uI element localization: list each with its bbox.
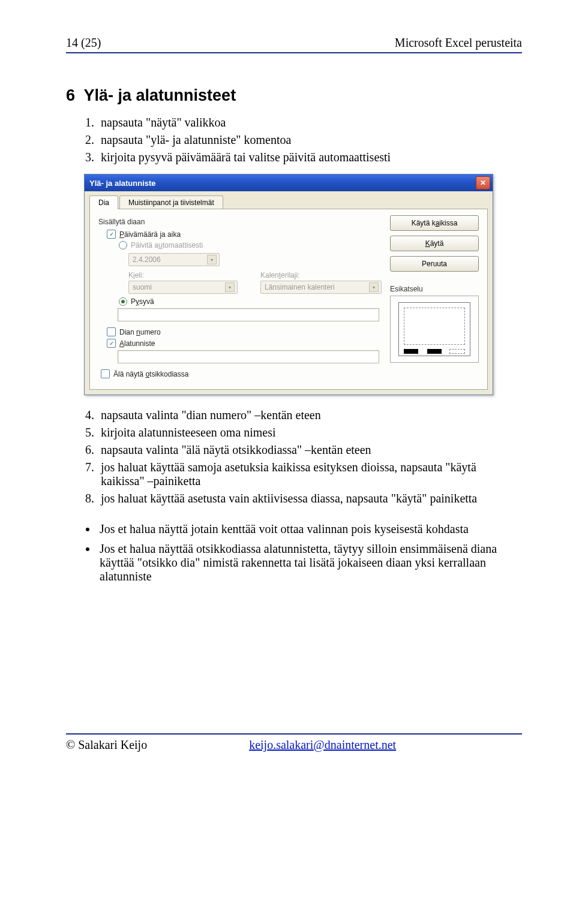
close-icon[interactable]: ✕ bbox=[476, 176, 490, 189]
footer-author: © Salakari Keijo bbox=[66, 738, 147, 752]
tab-panel: Sisällytä diaan ✓ PPäivämäärä ja aikaäiv… bbox=[89, 209, 488, 390]
dialog-tabs: Dia Muistiinpanot ja tiivistelmät bbox=[85, 191, 493, 209]
slide-thumbnail bbox=[398, 302, 470, 356]
steps-after-list: napsauta valinta "dian numero" –kentän e… bbox=[97, 408, 522, 505]
checkbox-datetime[interactable]: ✓ PPäivämäärä ja aikaäivämäärä ja aika bbox=[107, 230, 382, 239]
step-item: napsauta valinta "älä näytä otsikkodiass… bbox=[97, 443, 522, 457]
header-rule bbox=[66, 52, 522, 53]
step-item: jos haluat käyttää asetusta vain aktiivi… bbox=[97, 492, 522, 505]
radio-fixed[interactable]: Pysyvä Pysyvä bbox=[119, 297, 382, 306]
checkmark-icon: ✓ bbox=[107, 230, 116, 239]
cancel-button[interactable]: Peruuta bbox=[390, 256, 479, 272]
cal-label: Kalenterilaji: bbox=[260, 271, 382, 279]
step-item: napsauta valinta "dian numero" –kentän e… bbox=[97, 408, 522, 422]
step-item: napsauta "ylä- ja alatunniste" komentoa bbox=[97, 133, 522, 147]
cal-value: Länsimainen kalenteri bbox=[265, 283, 335, 291]
tab-slide[interactable]: Dia bbox=[89, 195, 118, 209]
calendar-combo[interactable]: Länsimainen kalenteri ▾ bbox=[260, 281, 382, 294]
dialog-title: Ylä- ja alatunniste bbox=[89, 179, 156, 188]
chevron-down-icon: ▾ bbox=[369, 282, 379, 292]
checkbox-icon bbox=[107, 327, 116, 336]
radio-icon bbox=[119, 241, 127, 249]
bullet-item: Jos et halua näyttää otsikkodiassa alatu… bbox=[97, 542, 522, 583]
page-number: 14 (25) bbox=[66, 36, 101, 50]
fixed-date-input[interactable] bbox=[118, 308, 379, 321]
step-item: kirjoita pysyvä päivämäärä tai valitse p… bbox=[97, 151, 522, 164]
footer-email[interactable]: keijo.salakari@dnainternet.net bbox=[249, 738, 396, 752]
apply-button[interactable]: Käytä Käytä bbox=[390, 236, 479, 251]
date-value: 2.4.2006 bbox=[133, 255, 161, 264]
lang-combo[interactable]: suomi ▾ bbox=[128, 281, 238, 294]
section-heading: 6 Ylä- ja alatunnisteet bbox=[66, 86, 522, 105]
tab-notes[interactable]: Muistiinpanot ja tiivistelmät bbox=[119, 195, 223, 209]
notes-bullets: Jos et halua näyttä jotain kenttää voit … bbox=[97, 522, 522, 583]
preview-label: Esikatselu bbox=[390, 285, 479, 293]
header-footer-dialog: Ylä- ja alatunniste ✕ Dia Muistiinpanot … bbox=[84, 174, 493, 395]
checkbox-dont-show-title[interactable]: Älä näytä otsikkodiassa Älä näytä otsikk… bbox=[101, 369, 382, 378]
doc-title: Microsoft Excel perusteita bbox=[395, 36, 522, 50]
step-item: napsauta "näytä" valikkoa bbox=[97, 116, 522, 130]
checkbox-footer[interactable]: ✓ Alatunniste Alatunniste bbox=[107, 339, 382, 348]
step-item: jos haluat käyttää samoja asetuksia kaik… bbox=[97, 461, 522, 488]
chevron-down-icon: ▾ bbox=[225, 282, 235, 292]
preview-box bbox=[390, 296, 479, 363]
checkmark-icon: ✓ bbox=[107, 339, 116, 348]
footer-rule bbox=[66, 733, 522, 735]
dialog-titlebar[interactable]: Ylä- ja alatunniste ✕ bbox=[85, 174, 493, 191]
lang-value: suomi bbox=[133, 283, 152, 291]
group-label: Sisällytä diaan bbox=[98, 218, 382, 226]
checkbox-slide-number[interactable]: Dian numero Dian numero bbox=[107, 327, 382, 336]
radio-auto-update[interactable]: Päivitä automaattisesti Päivitä automaat… bbox=[119, 241, 382, 249]
chevron-down-icon: ▾ bbox=[207, 255, 217, 264]
lang-label: Kieli: bbox=[128, 271, 250, 279]
footer-text-input[interactable] bbox=[118, 350, 379, 363]
checkbox-icon bbox=[101, 369, 110, 378]
apply-all-button[interactable]: Käytä kaikissa Käytä kaikissa bbox=[390, 215, 479, 231]
radio-icon bbox=[119, 297, 127, 306]
steps-before-list: napsauta "näytä" valikkoa napsauta "ylä-… bbox=[97, 116, 522, 164]
date-combo[interactable]: 2.4.2006 ▾ bbox=[128, 253, 220, 266]
step-item: kirjoita alatunnisteeseen oma nimesi bbox=[97, 426, 522, 440]
bullet-item: Jos et halua näyttä jotain kenttää voit … bbox=[97, 522, 522, 536]
